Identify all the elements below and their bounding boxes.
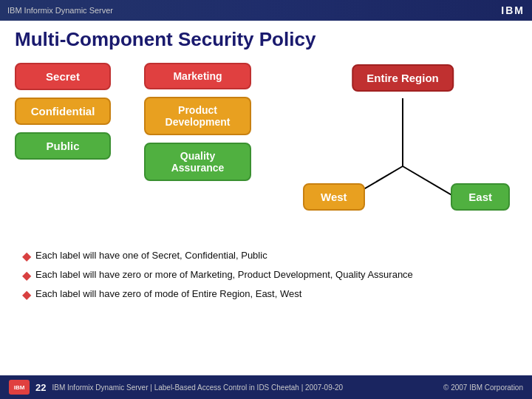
right-tree: Entire Region West East [288, 63, 517, 233]
bullet-text-1: Each label will have one of Secret, Conf… [35, 248, 267, 264]
product-development-box: Product Development [144, 97, 251, 135]
footer: IBM 22 IBM Informix Dynamic Server | Lab… [0, 375, 532, 399]
page-title: Multi-Component Security Policy [15, 28, 517, 51]
bullet-text-2: Each label will have zero or more of Mar… [35, 267, 413, 283]
confidential-label: Confidential [15, 98, 111, 125]
left-labels: Secret Confidential Public [15, 63, 111, 160]
quality-assurance-box: Quality Assurance [144, 143, 251, 181]
bullet-text-3: Each label will have zero of mode of Ent… [35, 286, 301, 302]
footer-page-number: 22 [35, 382, 46, 393]
entire-region-box: Entire Region [352, 64, 454, 92]
marketing-box: Marketing [144, 63, 251, 89]
east-box: East [451, 183, 510, 211]
main-content: Multi-Component Security Policy Secret C… [0, 21, 532, 313]
bullet-section: ◆ Each label will have one of Secret, Co… [15, 248, 517, 304]
bullet-item-2: ◆ Each label will have zero or more of M… [22, 267, 510, 284]
header-bar: IBM Informix Dynamic Server IBM [0, 0, 532, 21]
secret-label: Secret [15, 63, 111, 90]
middle-boxes: Marketing Product Development Quality As… [144, 63, 251, 181]
footer-logo-box: IBM [9, 380, 30, 395]
footer-left: IBM 22 IBM Informix Dynamic Server | Lab… [9, 380, 343, 395]
header-title: IBM Informix Dynamic Server [7, 6, 113, 15]
diagram-area: Secret Confidential Public Marketing Pro… [15, 63, 517, 240]
ibm-logo: IBM [501, 4, 525, 16]
footer-copyright: © 2007 IBM Corporation [443, 383, 523, 392]
west-box: West [303, 183, 365, 211]
diamond-icon-3: ◆ [22, 286, 31, 304]
footer-text: IBM Informix Dynamic Server | Label-Base… [52, 383, 343, 392]
bullet-item-3: ◆ Each label will have zero of mode of E… [22, 286, 510, 304]
public-label: Public [15, 132, 111, 160]
diamond-icon-1: ◆ [22, 248, 31, 265]
bullet-item-1: ◆ Each label will have one of Secret, Co… [22, 248, 510, 265]
footer-logo: IBM [14, 384, 25, 391]
diamond-icon-2: ◆ [22, 267, 31, 284]
